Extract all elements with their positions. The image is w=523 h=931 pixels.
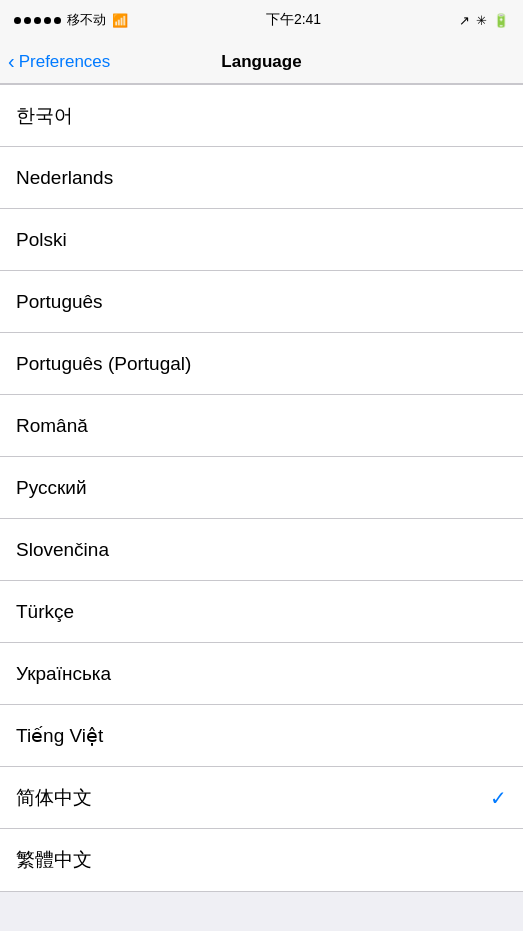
language-item-romanian[interactable]: Română: [0, 395, 523, 457]
language-item-turkish[interactable]: Türkçe: [0, 581, 523, 643]
language-label: Українська: [16, 663, 111, 685]
language-label: Nederlands: [16, 167, 113, 189]
back-button[interactable]: ‹ Preferences: [8, 52, 110, 72]
language-item-ukrainian[interactable]: Українська: [0, 643, 523, 705]
dot-4: [44, 17, 51, 24]
language-item-dutch[interactable]: Nederlands: [0, 147, 523, 209]
language-list: 한국어NederlandsPolskiPortuguêsPortuguês (P…: [0, 84, 523, 892]
language-label: 繁體中文: [16, 847, 92, 873]
language-item-portuguese-portugal[interactable]: Português (Portugal): [0, 333, 523, 395]
language-item-russian[interactable]: Русский: [0, 457, 523, 519]
language-label: 简体中文: [16, 785, 92, 811]
wifi-icon: 📶: [112, 13, 128, 28]
page-title: Language: [221, 52, 301, 72]
dot-3: [34, 17, 41, 24]
dot-5: [54, 17, 61, 24]
language-label: 한국어: [16, 103, 73, 129]
signal-dots: [14, 17, 61, 24]
language-item-vietnamese[interactable]: Tiếng Việt: [0, 705, 523, 767]
chevron-left-icon: ‹: [8, 51, 15, 71]
language-label: Português: [16, 291, 103, 313]
back-label: Preferences: [19, 52, 111, 72]
language-item-simplified-chinese[interactable]: 简体中文✓: [0, 767, 523, 829]
status-time: 下午2:41: [266, 11, 321, 29]
bluetooth-icon: ✳: [476, 13, 487, 28]
language-label: Polski: [16, 229, 67, 251]
battery-icon: 🔋: [493, 13, 509, 28]
language-item-polish[interactable]: Polski: [0, 209, 523, 271]
location-icon: ↗: [459, 13, 470, 28]
language-label: Tiếng Việt: [16, 724, 103, 747]
carrier-label: 移不动: [67, 11, 106, 29]
status-right: ↗ ✳ 🔋: [459, 13, 509, 28]
dot-2: [24, 17, 31, 24]
checkmark-icon: ✓: [490, 786, 507, 810]
dot-1: [14, 17, 21, 24]
status-left: 移不动 📶: [14, 11, 128, 29]
language-label: Türkçe: [16, 601, 74, 623]
language-item-slovak[interactable]: Slovenčina: [0, 519, 523, 581]
nav-bar: ‹ Preferences Language: [0, 40, 523, 84]
language-label: Português (Portugal): [16, 353, 191, 375]
language-label: Slovenčina: [16, 539, 109, 561]
language-label: Română: [16, 415, 88, 437]
language-item-korean[interactable]: 한국어: [0, 85, 523, 147]
language-item-portuguese[interactable]: Português: [0, 271, 523, 333]
language-item-traditional-chinese[interactable]: 繁體中文: [0, 829, 523, 891]
language-label: Русский: [16, 477, 87, 499]
status-bar: 移不动 📶 下午2:41 ↗ ✳ 🔋: [0, 0, 523, 40]
